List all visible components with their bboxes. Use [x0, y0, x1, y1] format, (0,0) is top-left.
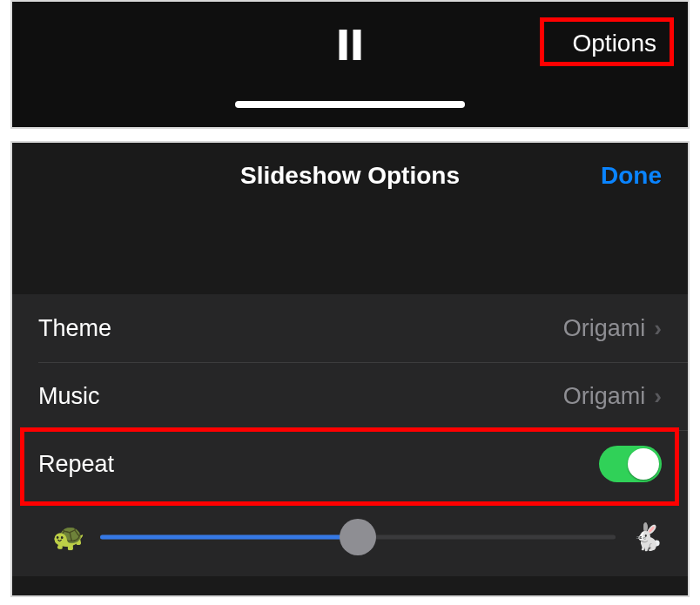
home-indicator[interactable]	[235, 101, 465, 108]
theme-row[interactable]: Theme Origami ›	[12, 294, 688, 362]
turtle-icon: 🐢	[52, 524, 84, 550]
speed-slider[interactable]	[100, 520, 616, 555]
music-value: Origami	[563, 383, 646, 410]
pause-icon	[340, 30, 347, 60]
repeat-label: Repeat	[38, 451, 599, 478]
music-row[interactable]: Music Origami ›	[12, 362, 688, 430]
options-button[interactable]: Options	[568, 26, 663, 61]
slider-fill	[100, 535, 358, 540]
speed-slider-row: 🐢 🐇	[12, 498, 688, 576]
repeat-toggle[interactable]	[599, 446, 662, 482]
row-separator	[38, 430, 688, 431]
done-button[interactable]: Done	[601, 162, 662, 190]
chevron-right-icon: ›	[654, 383, 662, 410]
rabbit-icon: 🐇	[631, 524, 663, 550]
repeat-row[interactable]: Repeat	[12, 430, 688, 498]
pause-icon	[353, 30, 361, 60]
music-label: Music	[38, 383, 563, 410]
sheet-title: Slideshow Options	[12, 162, 688, 190]
toggle-knob	[628, 448, 659, 480]
chevron-right-icon: ›	[654, 315, 662, 342]
row-separator	[38, 362, 688, 363]
sheet-header: Slideshow Options Done	[12, 143, 688, 207]
theme-label: Theme	[38, 315, 563, 342]
player-controls-bar: Options	[10, 0, 690, 129]
slideshow-options-sheet: Slideshow Options Done Theme Origami › M…	[10, 141, 690, 597]
slider-thumb[interactable]	[340, 519, 376, 555]
pause-button[interactable]	[340, 30, 361, 60]
options-list: Theme Origami › Music Origami › Repeat 🐢	[12, 294, 688, 576]
theme-value: Origami	[563, 315, 646, 342]
